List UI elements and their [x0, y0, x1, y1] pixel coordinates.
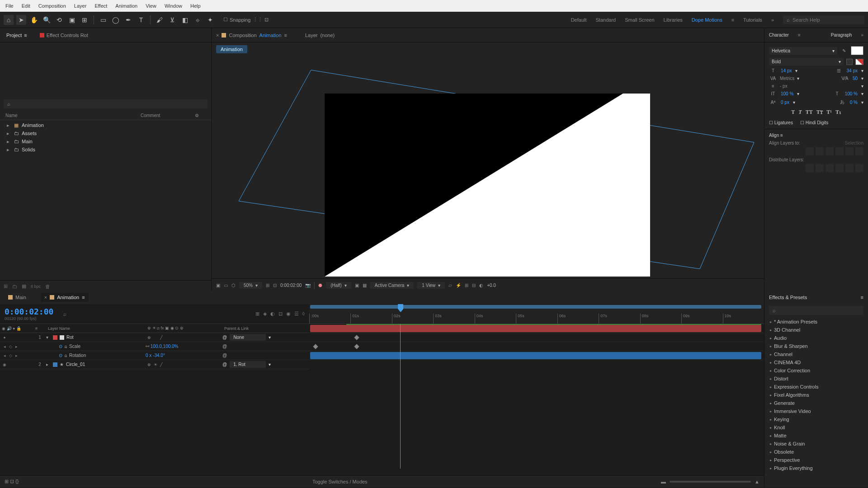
interpret-icon[interactable]: ⊞ — [4, 283, 8, 289]
eye-column-icon[interactable]: ◉ — [2, 326, 5, 331]
camera-dropdown[interactable]: Active Camera▾ — [370, 282, 414, 289]
fast-preview-icon[interactable]: ⚡ — [456, 283, 461, 288]
effects-category[interactable]: Expression Controls — [768, 383, 864, 391]
link-icon[interactable]: ⚯ — [146, 344, 149, 349]
property-row-rotation[interactable]: ◂◇▸ ⊙⩍Rotation 0 x -34.0° @ — [0, 351, 309, 360]
toggle-switches-modes-button[interactable]: Toggle Switches / Modes — [312, 479, 368, 484]
motion-blur-icon[interactable]: ◉ — [286, 311, 291, 317]
fx-switch-icon[interactable]: ╱ — [160, 362, 165, 367]
distribute-hcenter-button[interactable] — [845, 164, 854, 172]
shy-switch-icon[interactable]: ⊕ — [147, 362, 153, 367]
rotation-value[interactable]: 0 x -34.0° — [146, 353, 165, 358]
effects-category[interactable]: Color Correction — [768, 366, 864, 375]
brush-tool-icon[interactable]: 🖌 — [155, 15, 165, 25]
color-mgmt-icon[interactable]: ⬣ — [318, 283, 322, 288]
menu-window[interactable]: Window — [161, 1, 186, 10]
snapping-toggle[interactable]: ☐ Snapping ⋮⋮ ⊡ — [223, 17, 269, 23]
panel-menu-icon[interactable]: ≡ — [284, 33, 287, 38]
distribute-right-button[interactable] — [855, 164, 863, 172]
menu-edit[interactable]: Edit — [18, 1, 34, 10]
label-color-icon[interactable] — [53, 335, 57, 340]
draft-3d-icon[interactable]: ◈ — [263, 311, 267, 317]
keyframe-icon[interactable] — [354, 344, 359, 349]
camera-tool-icon[interactable]: ▣ — [67, 15, 77, 25]
add-keyframe-icon[interactable]: ◇ — [8, 353, 13, 358]
effects-category[interactable]: Channel — [768, 350, 864, 358]
menu-help[interactable]: Help — [187, 1, 204, 10]
bpc-indicator[interactable]: 8 bpc — [31, 284, 41, 289]
grid-icon[interactable]: ⊡ — [273, 283, 277, 288]
effects-category[interactable]: Blur & Sharpen — [768, 342, 864, 350]
tsume-value[interactable]: 0 % — [849, 100, 859, 105]
views-dropdown[interactable]: 1 View▾ — [417, 282, 445, 289]
panel-menu-icon[interactable]: ≡ — [780, 133, 783, 138]
switches-column-header[interactable]: ⊕ ☀ ⧄ fx ▣ ◉ ⊙ ⊗ — [147, 326, 224, 331]
project-item-assets[interactable]: ▸ 🗀 Assets — [4, 129, 208, 137]
prev-keyframe-icon[interactable]: ◂ — [2, 353, 7, 358]
timeline-options-icon[interactable]: ⊞ ⊡ {} — [5, 479, 19, 484]
effects-category[interactable]: Audio — [768, 334, 864, 342]
track-area[interactable] — [309, 324, 764, 369]
audio-column-icon[interactable]: 🔊 — [7, 326, 12, 331]
parent-column-header[interactable]: Parent & Link — [224, 326, 309, 331]
effects-category[interactable]: CINEMA 4D — [768, 358, 864, 366]
project-item-animation[interactable]: ▸ ▦ Animation — [4, 121, 208, 129]
allcaps-button[interactable]: TT — [806, 109, 813, 116]
exposure-value[interactable]: +0.0 — [487, 283, 496, 288]
zoom-out-icon[interactable]: ▬ — [661, 479, 666, 484]
pickwhip-icon[interactable]: @ — [222, 353, 227, 358]
time-ruler[interactable]: :00s 01s 02s 03s 04s 05s 06s 07s 08s 09s… — [309, 304, 764, 324]
workspace-tutorials[interactable]: Tutorials — [743, 17, 762, 23]
font-style-dropdown[interactable]: Bold▾ — [769, 58, 844, 66]
effects-category[interactable]: Generate — [768, 399, 864, 407]
comp-mini-flowchart-icon[interactable]: ⊞ — [255, 311, 259, 317]
fill-color-swatch[interactable] — [851, 46, 863, 55]
timeline-tab-main[interactable]: Main — [5, 293, 30, 302]
overflow-icon[interactable]: » — [771, 17, 774, 23]
layer-row-rot[interactable]: ● 1 ▾Rot ⊕╱ @None▾ — [0, 333, 309, 342]
current-timecode[interactable]: 0:00:02:00 — [5, 307, 53, 316]
col-name[interactable]: Name — [5, 113, 141, 118]
menu-layer[interactable]: Layer — [71, 1, 90, 10]
distribute-vcenter-button[interactable] — [816, 164, 824, 172]
superscript-button[interactable]: T¹ — [826, 109, 832, 116]
parent-dropdown[interactable]: None — [230, 334, 266, 341]
timeline-zoom-slider[interactable] — [670, 481, 751, 483]
eraser-tool-icon[interactable]: ◧ — [180, 15, 190, 25]
effects-category[interactable]: Perspective — [768, 456, 864, 464]
menu-view[interactable]: View — [142, 1, 160, 10]
stroke-width-value[interactable]: - px — [780, 84, 788, 89]
panel-menu-icon[interactable]: ≡ — [798, 33, 801, 38]
effects-category[interactable]: Immersive Video — [768, 407, 864, 415]
flowchart-icon[interactable]: ⊟ — [472, 283, 476, 288]
col-comment[interactable]: Comment — [141, 113, 195, 118]
pixel-aspect-icon[interactable]: ▱ — [448, 283, 452, 288]
effects-search[interactable]: ⌕ — [769, 306, 863, 315]
distribute-top-button[interactable] — [806, 164, 814, 172]
layer-bar-circle01[interactable] — [310, 352, 761, 359]
timeline-search[interactable]: ⌕ — [63, 311, 66, 317]
hide-shy-icon[interactable]: ◐ — [270, 311, 275, 317]
snapshot-icon[interactable]: 📷 — [305, 283, 311, 288]
tab-character[interactable]: Character — [769, 33, 789, 38]
zoom-in-icon[interactable]: ▲ — [755, 479, 760, 484]
keyframe-icon[interactable] — [354, 335, 359, 340]
collapse-switch-icon[interactable]: ☀ — [154, 362, 159, 367]
menu-file[interactable]: File — [2, 1, 17, 10]
ellipse-tool-icon[interactable]: ◯ — [111, 15, 121, 25]
eye-icon[interactable]: ◉ — [2, 362, 7, 367]
no-fill-icon[interactable] — [846, 59, 853, 65]
next-keyframe-icon[interactable]: ▸ — [14, 344, 19, 349]
menu-composition[interactable]: Composition — [35, 1, 70, 10]
subscript-button[interactable]: T₁ — [835, 109, 841, 116]
scale-value[interactable]: 100.0,100.0% — [151, 344, 179, 349]
add-keyframe-icon[interactable]: ◇ — [8, 344, 13, 349]
tab-layer-viewer[interactable]: Layer (none) — [305, 33, 335, 38]
effects-category[interactable]: Keying — [768, 415, 864, 423]
graph-editor-icon[interactable]: ☰ — [294, 311, 299, 317]
menu-animation[interactable]: Animation — [112, 1, 141, 10]
zoom-dropdown[interactable]: 50%▾ — [239, 282, 262, 289]
font-family-dropdown[interactable]: Helvetica▾ — [769, 47, 837, 55]
work-area-bar[interactable] — [310, 305, 761, 309]
align-top-button[interactable] — [835, 147, 844, 155]
